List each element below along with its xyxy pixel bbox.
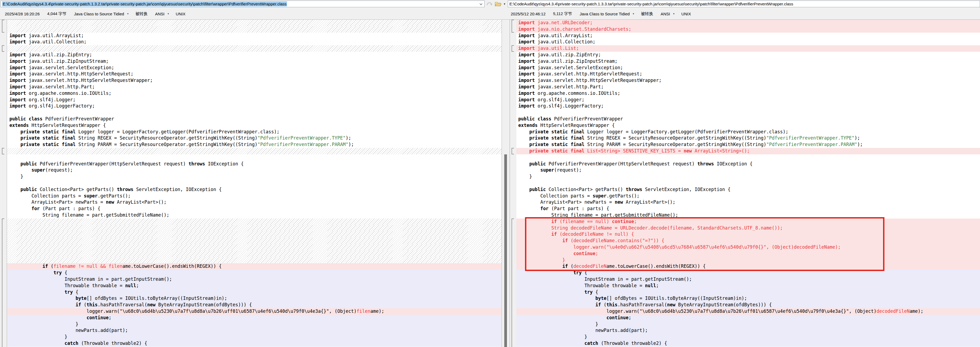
code-line[interactable]: import javax.servlet.http.Part; bbox=[516, 84, 980, 90]
code-line[interactable]: private static final String REGEX = Secu… bbox=[7, 135, 501, 142]
code-line[interactable]: newParts.add(part); bbox=[516, 327, 980, 334]
code-line[interactable]: newParts.add(part); bbox=[7, 327, 501, 334]
code-line[interactable]: logger.warn("\u68c0\u6d4b\u5230\u7a7f\u8… bbox=[516, 308, 980, 315]
code-line[interactable]: byte[] ofdBytes = IOUtils.toByteArray((I… bbox=[7, 295, 501, 302]
code-line[interactable]: extends HttpServletRequestWrapper { bbox=[516, 122, 980, 129]
code-line[interactable]: import java.util.zip.ZipInputStream; bbox=[7, 58, 501, 65]
right-encoding-dropdown[interactable]: ANSI bbox=[661, 11, 670, 16]
code-line[interactable]: ArrayList<Part> newParts = new ArrayList… bbox=[516, 199, 980, 205]
code-line[interactable]: public PdfverifierPreventWrapper(HttpSer… bbox=[516, 161, 980, 167]
code-line[interactable]: import javax.servlet.ServletException; bbox=[7, 65, 501, 71]
left-encoding-caret-icon[interactable]: ▼ bbox=[167, 13, 169, 15]
code-line[interactable]: try { bbox=[7, 270, 501, 276]
code-line[interactable]: import java.util.zip.ZipEntry; bbox=[516, 52, 980, 58]
left-encoding-dropdown[interactable]: ANSI bbox=[155, 11, 164, 16]
left-code-editor[interactable]: import java.util.ArrayList;import java.u… bbox=[7, 20, 501, 347]
code-line[interactable]: private static final Logger logger = Log… bbox=[7, 129, 501, 135]
code-line[interactable]: logger.warn("\u68c0\u6d4b\u5230\u7a7f\u8… bbox=[7, 308, 501, 315]
code-line[interactable] bbox=[7, 109, 501, 116]
code-line[interactable]: private static final String PARAM = Secu… bbox=[7, 142, 501, 148]
code-line[interactable]: import org.slf4j.Logger; bbox=[7, 97, 501, 103]
left-format-dropdown[interactable]: Java Class to Source Tidied bbox=[74, 11, 124, 16]
code-line[interactable]: for (Part part : parts) { bbox=[516, 205, 980, 212]
code-line[interactable]: } bbox=[516, 334, 980, 340]
code-line[interactable]: import javax.servlet.ServletException; bbox=[516, 65, 980, 71]
code-line[interactable]: import org.slf4j.LoggerFactory; bbox=[516, 103, 980, 109]
code-line[interactable] bbox=[7, 180, 501, 186]
code-line[interactable]: continue; bbox=[7, 315, 501, 321]
right-code-editor[interactable]: import java.net.URLDecoder;import java.n… bbox=[516, 20, 980, 347]
code-line[interactable]: try { bbox=[7, 289, 501, 296]
code-line[interactable]: import org.slf4j.LoggerFactory; bbox=[7, 103, 501, 109]
code-line[interactable]: import java.util.Collection; bbox=[516, 39, 980, 45]
code-line[interactable]: import javax.servlet.http.HttpServletReq… bbox=[7, 77, 501, 84]
code-line[interactable]: Throwable throwable = null; bbox=[7, 283, 501, 289]
right-format-dropdown[interactable]: Java Class to Source Tidied bbox=[580, 11, 630, 16]
code-line[interactable]: public class PdfverifierPreventWrapper bbox=[7, 116, 501, 122]
code-line[interactable]: private static final String PARAM = Secu… bbox=[516, 142, 980, 148]
code-line[interactable]: import java.util.zip.ZipEntry; bbox=[7, 52, 501, 58]
code-line[interactable]: private static final String REGEX = Secu… bbox=[516, 135, 980, 142]
annotation-box bbox=[525, 217, 885, 271]
code-line[interactable]: public Collection<Part> getParts() throw… bbox=[7, 186, 501, 193]
left-path-combobox[interactable]: E:\CodeAudit\qys\qys4.3.4\private-securi… bbox=[0, 0, 485, 7]
open-folder-icon[interactable] bbox=[494, 0, 502, 8]
left-format-caret-icon[interactable]: ▼ bbox=[127, 13, 129, 15]
code-line[interactable]: public class PdfverifierPreventWrapper bbox=[516, 116, 980, 122]
code-line[interactable]: import org.slf4j.Logger; bbox=[516, 97, 980, 103]
code-line[interactable]: Throwable throwable = null; bbox=[516, 283, 980, 289]
code-line[interactable]: public PdfverifierPreventWrapper(HttpSer… bbox=[7, 161, 501, 167]
code-line[interactable]: try { bbox=[516, 289, 980, 296]
code-line[interactable]: continue; bbox=[516, 315, 980, 321]
code-line[interactable]: InputStream in = part.getInputStream(); bbox=[516, 276, 980, 283]
code-line[interactable]: import javax.servlet.http.HttpServletReq… bbox=[516, 71, 980, 77]
right-encoding-caret-icon[interactable]: ▼ bbox=[673, 13, 675, 15]
code-line[interactable]: String filename = part.getSubmittedFileN… bbox=[7, 212, 501, 218]
chevron-down-icon[interactable] bbox=[478, 2, 484, 6]
code-line[interactable]: } bbox=[7, 334, 501, 340]
code-line[interactable]: import java.util.zip.ZipInputStream; bbox=[516, 58, 980, 65]
scrollbar-thumb[interactable] bbox=[504, 154, 507, 347]
code-line[interactable]: ArrayList<Part> newParts = new ArrayList… bbox=[7, 199, 501, 205]
code-line[interactable]: import javax.servlet.http.HttpServletReq… bbox=[7, 71, 501, 77]
code-line[interactable]: } bbox=[516, 174, 980, 180]
code-line[interactable]: private static final Logger logger = Log… bbox=[516, 129, 980, 135]
code-line[interactable]: if (this.hasPathTraversal(new ByteArrayI… bbox=[516, 302, 980, 308]
code-line[interactable]: for (Part part : parts) { bbox=[7, 205, 501, 212]
code-line[interactable]: if (filename != null && filename.toLower… bbox=[7, 263, 501, 270]
folder-dropdown-caret-icon[interactable]: ▼ bbox=[503, 0, 507, 8]
code-line[interactable]: import org.apache.commons.io.IOUtils; bbox=[7, 90, 501, 97]
center-scrollbar[interactable] bbox=[501, 20, 510, 347]
code-line[interactable]: } bbox=[7, 321, 501, 328]
code-line[interactable]: import javax.servlet.http.Part; bbox=[7, 84, 501, 90]
code-line[interactable]: import java.nio.charset.StandardCharsets… bbox=[516, 26, 980, 33]
code-line[interactable]: if (this.hasPathTraversal(new ByteArrayI… bbox=[7, 302, 501, 308]
code-line[interactable]: public Collection<Part> getParts() throw… bbox=[516, 186, 980, 193]
right-path-field[interactable]: E:\CodeAudit\qys\qys4.3.4\private-securi… bbox=[508, 0, 980, 7]
code-line[interactable]: import java.net.URLDecoder; bbox=[516, 20, 980, 26]
code-line[interactable]: catch (Throwable throwable2) { bbox=[516, 340, 980, 347]
code-line[interactable]: Collection parts = super.getParts(); bbox=[7, 193, 501, 199]
code-line[interactable] bbox=[516, 109, 980, 116]
code-line[interactable]: private static final List<String> SENSIT… bbox=[516, 148, 980, 154]
code-line[interactable]: import java.util.ArrayList; bbox=[7, 33, 501, 39]
code-line[interactable]: super(request); bbox=[516, 167, 980, 174]
code-line[interactable]: import java.util.ArrayList; bbox=[516, 33, 980, 39]
copy-to-right-arrow-icon[interactable] bbox=[486, 0, 493, 8]
code-line[interactable]: byte[] ofdBytes = IOUtils.toByteArray((I… bbox=[516, 295, 980, 302]
code-line[interactable]: import javax.servlet.http.HttpServletReq… bbox=[516, 77, 980, 84]
code-line[interactable]: catch (Throwable throwable2) { bbox=[7, 340, 501, 347]
code-line[interactable]: import org.apache.commons.io.IOUtils; bbox=[516, 90, 980, 97]
code-line[interactable]: extends HttpServletRequestWrapper { bbox=[7, 122, 501, 129]
code-line[interactable] bbox=[516, 180, 980, 186]
code-line[interactable]: InputStream in = part.getInputStream(); bbox=[7, 276, 501, 283]
right-format-caret-icon[interactable]: ▼ bbox=[632, 13, 635, 15]
code-line[interactable]: Collection parts = super.getParts(); bbox=[516, 193, 980, 199]
code-line[interactable] bbox=[516, 154, 980, 161]
code-line[interactable]: } bbox=[516, 321, 980, 328]
code-line[interactable]: import java.util.Collection; bbox=[7, 39, 501, 45]
code-line[interactable] bbox=[7, 154, 501, 161]
code-line[interactable]: super(request); bbox=[7, 167, 501, 174]
code-line[interactable]: import java.util.List; bbox=[516, 45, 980, 52]
code-line[interactable]: } bbox=[7, 174, 501, 180]
